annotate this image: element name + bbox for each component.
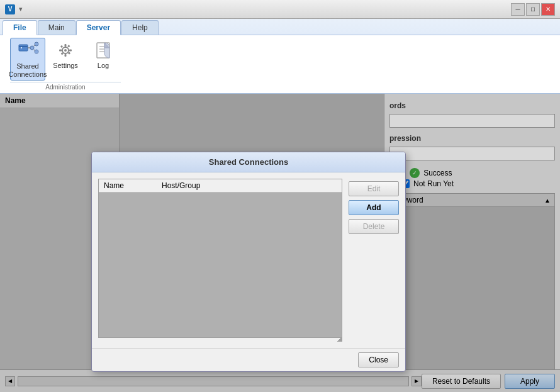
svg-rect-13 — [59, 50, 62, 52]
close-button[interactable]: ✕ — [541, 3, 555, 16]
add-button[interactable]: Add — [349, 200, 399, 215]
log-icon — [92, 39, 115, 62]
col-name: Name — [104, 181, 124, 190]
modal-list-header: Name Host/Group — [99, 179, 342, 193]
ribbon-content: Shared Connections — [0, 35, 560, 93]
maximize-button[interactable]: □ — [526, 3, 540, 16]
modal-footer: Close — [92, 348, 405, 371]
ribbon-tabs: File Main Server Help — [0, 19, 560, 35]
main-area: Name ords pression g ✓ Success Not Run Y… — [0, 94, 560, 392]
svg-rect-0 — [19, 45, 28, 51]
svg-rect-11 — [65, 44, 67, 47]
delete-button[interactable]: Delete — [349, 219, 399, 234]
ribbon-group-administration: Shared Connections — [5, 38, 126, 91]
title-bar-left: V ▾ — [5, 4, 23, 14]
tab-main[interactable]: Main — [38, 20, 76, 35]
shared-connections-label: Shared Connections — [8, 62, 47, 79]
title-bar: V ▾ ─ □ ✕ — [0, 0, 560, 19]
modal-buttons: Edit Add Delete — [349, 179, 399, 342]
tab-file[interactable]: File — [3, 20, 37, 35]
minimize-button[interactable]: ─ — [511, 3, 525, 16]
title-bar-controls: ─ □ ✕ — [511, 3, 555, 16]
modal-body: Name Host/Group Edit Add Delete — [92, 172, 405, 348]
svg-point-7 — [35, 42, 38, 46]
svg-point-2 — [21, 47, 22, 48]
svg-rect-12 — [65, 54, 67, 57]
svg-point-10 — [64, 49, 67, 52]
modal-list-content — [99, 193, 342, 337]
ribbon-item-log[interactable]: Log — [86, 38, 121, 71]
ribbon-item-settings[interactable]: Settings — [48, 38, 83, 71]
svg-rect-16 — [67, 45, 70, 47]
tab-server[interactable]: Server — [76, 20, 121, 35]
settings-icon — [54, 39, 77, 62]
col-host-group: Host/Group — [162, 181, 200, 190]
close-button-modal[interactable]: Close — [358, 352, 399, 367]
modal-title: Shared Connections — [92, 152, 405, 172]
resize-handle[interactable] — [336, 335, 342, 342]
administration-group-label: Administration — [10, 82, 121, 91]
ribbon: File Main Server Help — [0, 19, 560, 94]
ribbon-group-items: Shared Connections — [10, 38, 121, 81]
shared-connections-modal: Shared Connections Name Host/Group Edit … — [91, 152, 406, 372]
svg-point-8 — [35, 50, 38, 53]
svg-point-4 — [30, 46, 34, 50]
app-icon: V — [5, 4, 15, 14]
quick-access[interactable]: ▾ — [19, 5, 23, 13]
edit-button[interactable]: Edit — [349, 181, 399, 196]
svg-rect-15 — [60, 45, 63, 48]
svg-rect-1 — [19, 46, 28, 47]
tab-help[interactable]: Help — [121, 20, 159, 35]
modal-overlay: Shared Connections Name Host/Group Edit … — [0, 94, 560, 392]
modal-list-container: Name Host/Group — [98, 179, 342, 342]
ribbon-item-shared-connections[interactable]: Shared Connections — [10, 38, 45, 81]
settings-label: Settings — [53, 62, 78, 70]
log-label: Log — [98, 62, 109, 70]
svg-rect-14 — [69, 50, 72, 52]
shared-connections-icon — [16, 40, 39, 62]
modal-list-area: Name Host/Group — [98, 179, 342, 338]
